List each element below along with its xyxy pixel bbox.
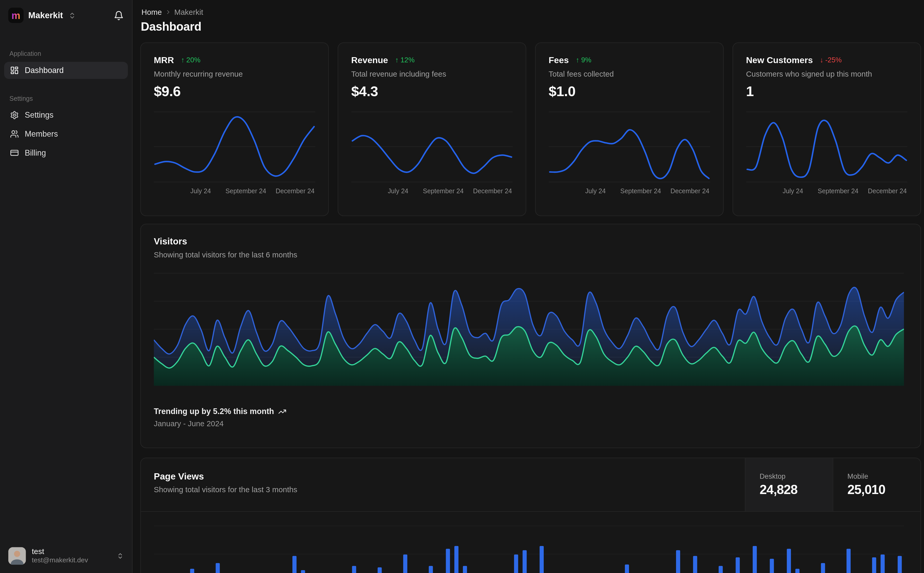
trend-badge: ↑ 12% bbox=[395, 56, 414, 64]
stat-title: MRR bbox=[154, 55, 174, 65]
breadcrumb-home-link[interactable]: Home bbox=[141, 8, 162, 16]
page-views-title: Page Views bbox=[154, 471, 732, 482]
stat-value: 1 bbox=[746, 83, 907, 100]
sidebar-item-label: Billing bbox=[25, 148, 46, 157]
x-tick: December 24 bbox=[276, 187, 314, 194]
stat-title: New Customers bbox=[746, 55, 813, 65]
revenue-sparkline-chart bbox=[351, 110, 513, 183]
arrow-up-icon: ↑ bbox=[576, 56, 580, 64]
visitors-title: Visitors bbox=[154, 236, 908, 247]
workspace-name: Makerkit bbox=[28, 11, 63, 20]
sidebar-section-settings: Settings bbox=[0, 95, 132, 102]
user-email: test@makerkit.dev bbox=[32, 556, 88, 564]
stat-card-fees: Fees ↑ 9% Total fees collected $1.0 July… bbox=[535, 42, 724, 216]
sidebar-item-members[interactable]: Members bbox=[4, 125, 128, 142]
x-tick: July 24 bbox=[190, 187, 211, 194]
app-window: m Makerkit Application Dashboard Setting… bbox=[0, 0, 924, 573]
fees-sparkline-chart bbox=[549, 110, 710, 183]
stat-card-mrr: MRR ↑ 20% Monthly recurring revenue $9.6… bbox=[140, 42, 329, 216]
x-tick: September 24 bbox=[225, 187, 266, 194]
stat-card-revenue: Revenue ↑ 12% Total revenue including fe… bbox=[337, 42, 526, 216]
sidebar-section-application: Application bbox=[0, 50, 132, 57]
sidebar-item-dashboard[interactable]: Dashboard bbox=[4, 62, 128, 79]
trend-badge: ↑ 20% bbox=[181, 56, 201, 64]
credit-card-icon bbox=[10, 148, 19, 157]
visitors-area-chart bbox=[154, 267, 904, 386]
user-meta: test test@makerkit.dev bbox=[32, 547, 88, 565]
arrow-down-icon: ↓ bbox=[820, 56, 824, 64]
trend-value: 9% bbox=[581, 56, 591, 64]
stat-value: $9.6 bbox=[154, 83, 315, 100]
user-name: test bbox=[32, 547, 88, 556]
x-tick: December 24 bbox=[670, 187, 709, 194]
makerkit-logo: m bbox=[8, 8, 24, 23]
page-views-subtitle: Showing total visitors for the last 3 mo… bbox=[154, 485, 732, 494]
sparkline-x-axis: July 24 September 24 December 24 bbox=[549, 187, 710, 196]
notifications-bell-icon[interactable] bbox=[114, 10, 124, 20]
arrow-up-icon: ↑ bbox=[395, 56, 399, 64]
x-tick: July 24 bbox=[585, 187, 606, 194]
arrow-up-icon: ↑ bbox=[181, 56, 185, 64]
visitors-subtitle: Showing total visitors for the last 6 mo… bbox=[154, 250, 908, 259]
mobile-value: 25,010 bbox=[847, 482, 920, 498]
page-views-card: Page Views Showing total visitors for th… bbox=[140, 458, 921, 573]
stat-title: Fees bbox=[549, 55, 569, 65]
sparkline-x-axis: July 24 September 24 December 24 bbox=[746, 187, 907, 196]
x-tick: December 24 bbox=[868, 187, 907, 194]
stat-value: $1.0 bbox=[549, 83, 710, 100]
sparkline-x-axis: July 24 September 24 December 24 bbox=[154, 187, 315, 196]
new-customers-sparkline-chart bbox=[746, 110, 907, 183]
visitors-card: Visitors Showing total visitors for the … bbox=[140, 224, 921, 448]
x-tick: September 24 bbox=[818, 187, 858, 194]
x-tick: September 24 bbox=[423, 187, 464, 194]
sidebar-item-label: Settings bbox=[25, 111, 53, 119]
avatar bbox=[8, 547, 26, 565]
mobile-toggle[interactable]: Mobile 25,010 bbox=[833, 458, 921, 511]
chevrons-up-down-icon bbox=[117, 553, 124, 559]
main-content: Home Makerkit Dashboard MRR ↑ 20% Monthl… bbox=[133, 0, 924, 573]
page-title: Dashboard bbox=[140, 20, 921, 33]
gear-icon bbox=[10, 111, 19, 119]
mrr-sparkline-chart bbox=[154, 110, 315, 183]
sidebar: m Makerkit Application Dashboard Setting… bbox=[0, 0, 133, 573]
trend-value: 12% bbox=[400, 56, 414, 64]
page-views-header: Page Views Showing total visitors for th… bbox=[141, 458, 921, 512]
chevrons-up-down-icon bbox=[68, 11, 76, 19]
page-views-toggles: Desktop 24,828 Mobile 25,010 bbox=[745, 458, 921, 511]
stat-subtitle: Total fees collected bbox=[549, 70, 710, 78]
x-tick: September 24 bbox=[620, 187, 661, 194]
stat-subtitle: Customers who signed up this month bbox=[746, 70, 907, 78]
breadcrumb-current: Makerkit bbox=[174, 8, 203, 16]
trend-value: -25% bbox=[825, 56, 842, 64]
sidebar-item-label: Members bbox=[25, 130, 58, 138]
sidebar-item-settings[interactable]: Settings bbox=[4, 106, 128, 124]
user-menu[interactable]: test test@makerkit.dev bbox=[0, 540, 132, 573]
trend-value: 20% bbox=[187, 56, 201, 64]
sidebar-nav-settings: Settings Members Billing bbox=[0, 106, 132, 163]
workspace-selector[interactable]: m Makerkit bbox=[0, 0, 132, 29]
sidebar-nav: Dashboard bbox=[0, 62, 132, 81]
x-tick: July 24 bbox=[783, 187, 803, 194]
stat-cards-row: MRR ↑ 20% Monthly recurring revenue $9.6… bbox=[140, 42, 921, 216]
x-tick: December 24 bbox=[473, 187, 512, 194]
sidebar-item-billing[interactable]: Billing bbox=[4, 144, 128, 161]
stat-subtitle: Total revenue including fees bbox=[351, 70, 513, 78]
chevron-right-icon bbox=[165, 9, 171, 15]
visitors-trend-text: Trending up by 5.2% this month bbox=[154, 407, 274, 416]
sidebar-item-label: Dashboard bbox=[25, 66, 64, 75]
users-icon bbox=[10, 130, 19, 138]
trend-badge: ↓ -25% bbox=[820, 56, 842, 64]
desktop-toggle[interactable]: Desktop 24,828 bbox=[745, 458, 833, 511]
desktop-value: 24,828 bbox=[759, 482, 833, 498]
trend-badge: ↑ 9% bbox=[576, 56, 591, 64]
stat-card-new-customers: New Customers ↓ -25% Customers who signe… bbox=[733, 42, 921, 216]
breadcrumb: Home Makerkit bbox=[140, 8, 921, 16]
sparkline-x-axis: July 24 September 24 December 24 bbox=[351, 187, 513, 196]
stat-title: Revenue bbox=[351, 55, 388, 65]
visitors-footer: Trending up by 5.2% this month bbox=[154, 407, 908, 416]
dashboard-icon bbox=[10, 66, 19, 75]
mobile-label: Mobile bbox=[847, 472, 920, 480]
stat-value: $4.3 bbox=[351, 83, 513, 100]
desktop-label: Desktop bbox=[759, 472, 833, 480]
page-views-bar-chart bbox=[154, 512, 904, 573]
